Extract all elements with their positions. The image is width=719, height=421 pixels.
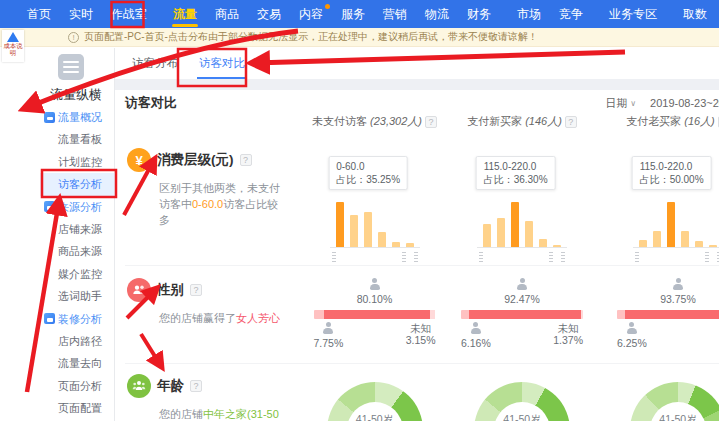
gender-bar (314, 310, 436, 319)
sidebar-item-traffic-board[interactable]: 流量看板 (40, 128, 115, 150)
sidebar-item-decoration-analysis[interactable]: 装修分析 (40, 308, 115, 330)
male-stat: 6.25% (617, 322, 647, 349)
sidebar-item-media-monitor[interactable]: 媒介监控 (40, 263, 115, 285)
help-icon[interactable]: ? (240, 154, 252, 166)
chevron-down-icon: ∨ (630, 99, 636, 108)
sidebar-item-product-source[interactable]: 商品来源 (40, 240, 115, 262)
consume-title: 消费层级(元) (157, 151, 234, 169)
female-icon (368, 278, 381, 291)
date-picker[interactable]: 日期 ∨ 2019-08-23~20 (605, 96, 719, 111)
app-window: 首页 实时 作战室 流量 商品 交易 内容 服务 营销 物流 财务 市场 竞争 … (0, 0, 719, 421)
consume-chart-unpaid[interactable]: 0-60.0 占比：35.25% (303, 148, 446, 266)
nav-item-market[interactable]: 市场 (508, 0, 550, 28)
consume-description: 区别于其他两类，未支付访客中0-60.0访客占比较多 (159, 180, 289, 228)
sidebar-item-word-helper[interactable]: 选词助手 (40, 285, 115, 307)
x-axis-tick-labels (330, 252, 420, 264)
x-axis-tick-labels (477, 252, 567, 264)
tab-visitor-distribution[interactable]: 访客分布 (128, 48, 182, 79)
sidebar-item-plan-monitor[interactable]: 计划监控 (40, 151, 115, 173)
source-icon (44, 201, 55, 212)
info-icon: ! (68, 32, 79, 43)
help-icon[interactable]: ? (190, 380, 202, 392)
male-icon (625, 322, 638, 335)
help-icon[interactable]: ? (425, 116, 437, 128)
family-glyph (131, 378, 147, 394)
chart-tooltip: 115.0-220.0 占比：50.00% (632, 156, 712, 190)
menu-icon[interactable] (58, 54, 84, 80)
sidebar-item-traffic-destination[interactable]: 流量去向 (40, 352, 115, 374)
sidebar-title: 流量纵横 (50, 86, 102, 104)
nav-item-content[interactable]: 内容 (290, 0, 332, 28)
gender-chart-unpaid[interactable]: 80.10% 7.75% 未知3.15% (314, 278, 436, 349)
notice-text: 页面配置-PC-首页-点击分布由于部分数据无法显示，正在处理中，建议稍后再试，带… (84, 30, 538, 44)
nav-item-business-zone[interactable]: 业务专区 (600, 0, 666, 28)
sidebar: 流量纵横 流量概况 流量看板 计划监控 访客分析 来源分析 店铺来源 商品来源 … (40, 48, 115, 421)
bar-group (330, 202, 420, 248)
male-stat: 7.75% (314, 322, 344, 349)
male-icon (322, 322, 335, 335)
floating-badge[interactable]: 成本说明 (2, 30, 24, 62)
main-panel: 访客对比 日期 ∨ 2019-08-23~20 未支付访客(23,302人) ?… (115, 90, 719, 421)
bar-group (477, 202, 567, 248)
sidebar-item-traffic-overview[interactable]: 流量概况 (40, 106, 115, 128)
female-percentage: 80.10% (314, 293, 436, 306)
chart-tooltip: 115.0-220.0 占比：36.30% (476, 156, 556, 190)
tab-bar: 访客分布 访客对比 (115, 48, 719, 79)
divider-band (115, 79, 719, 90)
nav-item-realtime[interactable]: 实时 (60, 0, 102, 28)
unknown-stat: 未知1.37% (553, 322, 583, 349)
age-title: 年龄 (157, 377, 184, 395)
notification-dot (325, 4, 330, 9)
nav-item-marketing[interactable]: 营销 (374, 0, 416, 28)
nav-item-logistics[interactable]: 物流 (416, 0, 458, 28)
consume-chart-old-buyers[interactable]: 115.0-220.0 占比：50.00% (598, 148, 719, 266)
gender-bar (617, 310, 719, 319)
nav-item-trade[interactable]: 交易 (248, 0, 290, 28)
nav-item-warroom[interactable]: 作战室 (102, 0, 156, 28)
tab-visitor-compare[interactable]: 访客对比 (195, 48, 249, 79)
sidebar-item-visitor-analysis[interactable]: 访客分析 (40, 173, 115, 195)
decoration-icon (44, 313, 55, 324)
nav-item-product[interactable]: 商品 (206, 0, 248, 28)
section-consume-level: ¥ 消费层级(元) ? 区别于其他两类，未支付访客中0-60.0访客占比较多 0… (125, 138, 719, 266)
sidebar-item-page-config[interactable]: 页面配置 (40, 397, 115, 419)
bar-group (633, 202, 719, 248)
female-icon (516, 278, 529, 291)
sidebar-item-shop-source[interactable]: 店铺来源 (40, 218, 115, 240)
male-icon (469, 322, 482, 335)
consume-chart-new-buyers[interactable]: 115.0-220.0 占比：36.30% (446, 148, 598, 266)
nav-item-service[interactable]: 服务 (332, 0, 374, 28)
sidebar-item-page-analysis[interactable]: 页面分析 (40, 375, 115, 397)
nav-item-data-fetch[interactable]: 取数 (674, 0, 716, 28)
gender-icon (127, 278, 151, 302)
section-gender: 性别 ? 您的店铺赢得了女人芳心 80.10% 7.75% 未知3. (125, 266, 719, 364)
top-nav: 首页 实时 作战室 流量 商品 交易 内容 服务 营销 物流 财务 市场 竞争 … (0, 0, 719, 28)
column-header-new-buyers: 支付新买家(146人) ? (446, 114, 598, 129)
gender-chart-old-buyers[interactable]: 93.75% 6.25% (617, 278, 719, 349)
yen-icon: ¥ (127, 148, 151, 172)
nav-item-finance[interactable]: 财务 (458, 0, 500, 28)
gender-description: 您的店铺赢得了女人芳心 (159, 310, 289, 326)
nav-item-traffic[interactable]: 流量 (164, 0, 206, 28)
notice-bar: ! 页面配置-PC-首页-点击分布由于部分数据无法显示，正在处理中，建议稍后再试… (0, 28, 719, 47)
gender-chart-new-buyers[interactable]: 92.47% 6.16% 未知1.37% (461, 278, 583, 349)
nav-item-home[interactable]: 首页 (18, 0, 60, 28)
date-range-value: 2019-08-23~20 (650, 97, 719, 109)
sidebar-item-instore-path[interactable]: 店内路径 (40, 330, 115, 352)
nav-item-competition[interactable]: 竞争 (550, 0, 592, 28)
female-percentage: 93.75% (617, 293, 719, 306)
help-icon[interactable]: ? (190, 284, 202, 296)
column-header-unpaid: 未支付访客(23,302人) ? (303, 114, 446, 129)
age-donut-unpaid[interactable]: 41-50岁 36.72% (314, 374, 436, 421)
gender-bar (461, 310, 583, 319)
overview-icon (44, 112, 55, 123)
age-donut-new-buyers[interactable]: 41-50岁 37.67% (461, 374, 583, 421)
help-icon[interactable]: ? (565, 116, 577, 128)
x-axis-tick-labels (633, 252, 719, 264)
page-title: 访客对比 (125, 94, 177, 112)
chart-tooltip: 0-60.0 占比：35.25% (328, 156, 408, 190)
female-icon (672, 278, 685, 291)
age-donut-old-buyers[interactable]: 41-50岁 60.75% (617, 374, 719, 421)
sidebar-item-source-analysis[interactable]: 来源分析 (40, 196, 115, 218)
unknown-stat: 未知3.15% (406, 322, 436, 349)
